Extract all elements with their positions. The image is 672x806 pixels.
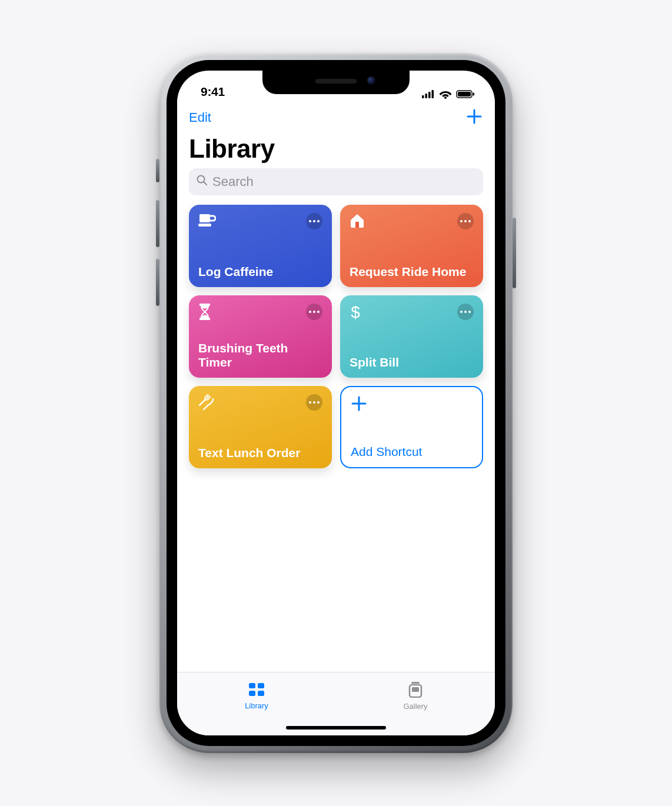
more-button[interactable] bbox=[457, 304, 474, 320]
edit-button[interactable]: Edit bbox=[189, 110, 211, 125]
svg-rect-7 bbox=[473, 93, 475, 96]
status-icons bbox=[422, 89, 477, 99]
device-notch bbox=[262, 71, 410, 94]
gallery-icon bbox=[408, 681, 423, 700]
svg-text:$: $ bbox=[351, 304, 360, 321]
wifi-icon bbox=[439, 89, 452, 99]
tab-label: Gallery bbox=[403, 702, 427, 711]
shortcut-card-split-bill[interactable]: $ Split Bill bbox=[340, 295, 483, 378]
battery-icon bbox=[456, 90, 475, 98]
device-frame: 9:41 bbox=[159, 53, 513, 753]
shortcut-card-text-lunch-order[interactable]: Text Lunch Order bbox=[189, 386, 332, 468]
svg-rect-26 bbox=[249, 691, 255, 696]
add-shortcut-card[interactable]: Add Shortcut bbox=[340, 386, 483, 468]
screen: 9:41 bbox=[177, 71, 495, 735]
plus-icon bbox=[351, 395, 367, 412]
svg-rect-2 bbox=[428, 92, 431, 98]
hourglass-icon bbox=[198, 304, 211, 320]
svg-rect-25 bbox=[258, 683, 264, 688]
home-icon bbox=[350, 213, 365, 228]
svg-rect-28 bbox=[411, 682, 420, 684]
shortcut-card-request-ride-home[interactable]: Request Ride Home bbox=[340, 205, 483, 287]
tab-label: Library bbox=[245, 701, 268, 710]
tab-gallery[interactable]: Gallery bbox=[336, 672, 495, 719]
svg-rect-6 bbox=[458, 92, 471, 96]
search-icon bbox=[196, 174, 208, 189]
home-indicator[interactable] bbox=[286, 726, 386, 730]
shortcut-label: Text Lunch Order bbox=[198, 446, 322, 460]
svg-rect-0 bbox=[422, 95, 424, 98]
cellular-icon bbox=[422, 90, 435, 98]
svg-rect-12 bbox=[199, 214, 210, 222]
svg-rect-14 bbox=[355, 222, 359, 228]
svg-rect-16 bbox=[199, 318, 210, 320]
shortcut-card-brushing-teeth-timer[interactable]: Brushing Teeth Timer bbox=[189, 295, 332, 378]
utensils-icon bbox=[198, 394, 215, 411]
shortcut-label: Request Ride Home bbox=[350, 265, 474, 279]
svg-rect-30 bbox=[412, 687, 419, 692]
more-button[interactable] bbox=[306, 213, 322, 229]
silence-switch bbox=[156, 159, 159, 182]
search-placeholder: Search bbox=[212, 174, 254, 189]
more-button[interactable] bbox=[306, 394, 322, 411]
svg-rect-24 bbox=[249, 683, 255, 688]
add-button[interactable] bbox=[465, 108, 483, 128]
svg-line-11 bbox=[204, 182, 207, 185]
more-button[interactable] bbox=[457, 213, 474, 229]
volume-down-button bbox=[156, 259, 159, 306]
grid-icon bbox=[248, 682, 265, 699]
shortcut-label: Log Caffeine bbox=[198, 265, 322, 279]
svg-line-21 bbox=[199, 399, 205, 405]
svg-rect-13 bbox=[198, 224, 211, 227]
volume-up-button bbox=[156, 200, 159, 247]
power-button bbox=[513, 218, 516, 288]
add-shortcut-label: Add Shortcut bbox=[351, 445, 473, 459]
tab-library[interactable]: Library bbox=[177, 672, 336, 719]
svg-rect-15 bbox=[199, 304, 210, 306]
shortcut-label: Brushing Teeth Timer bbox=[198, 341, 322, 369]
nav-bar: Edit bbox=[177, 102, 495, 133]
cup-icon bbox=[198, 213, 216, 228]
more-button[interactable] bbox=[306, 304, 322, 320]
page-title: Library bbox=[177, 133, 495, 168]
dollar-icon: $ bbox=[350, 304, 361, 321]
tab-bar: Library Gallery bbox=[177, 672, 495, 735]
status-time: 9:41 bbox=[195, 85, 225, 99]
svg-rect-3 bbox=[432, 90, 434, 98]
svg-rect-1 bbox=[425, 94, 428, 98]
shortcut-card-log-caffeine[interactable]: Log Caffeine bbox=[189, 205, 332, 287]
svg-point-4 bbox=[444, 96, 447, 99]
shortcut-label: Split Bill bbox=[350, 355, 474, 369]
svg-rect-27 bbox=[258, 691, 264, 696]
search-input[interactable]: Search bbox=[189, 168, 483, 195]
shortcut-grid: Log Caffeine Request Ride Home bbox=[177, 195, 495, 478]
